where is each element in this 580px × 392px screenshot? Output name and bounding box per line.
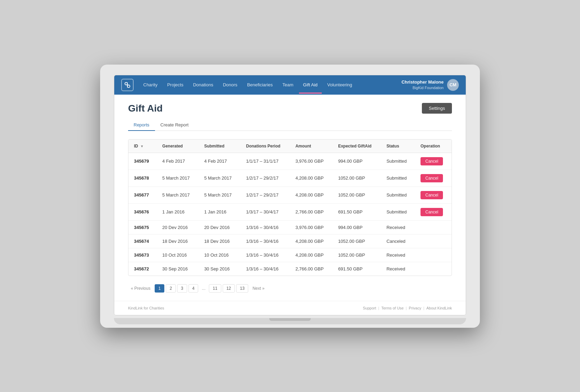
cancel-button[interactable]: Cancel (420, 174, 443, 182)
row-period: 1/2/17 – 29/2/17 (241, 170, 290, 187)
row-operation (415, 220, 452, 234)
row-expected: 1052.00 GBP (332, 234, 381, 248)
row-period: 1/1/17 – 31/1/17 (241, 153, 290, 170)
table-container: ID ▼GeneratedSubmittedDonations PeriodAm… (128, 139, 452, 276)
settings-button[interactable]: Settings (422, 103, 452, 114)
row-status: Submitted (381, 203, 415, 220)
page-btn-13[interactable]: 13 (236, 284, 248, 293)
row-status: Canceled (381, 234, 415, 248)
row-id: 345676 (128, 203, 157, 220)
row-operation (415, 234, 452, 248)
nav-link-beneficiaries[interactable]: Beneficiaries (243, 76, 277, 94)
nav-link-donations[interactable]: Donations (189, 76, 218, 94)
row-expected: 1052.00 GBP (332, 187, 381, 203)
row-period: 1/2/17 – 29/2/17 (241, 187, 290, 203)
table-row: 3456794 Feb 20174 Feb 20171/1/17 – 31/1/… (128, 153, 452, 170)
next-page-btn[interactable]: Next » (250, 285, 267, 292)
row-id: 345678 (128, 170, 157, 187)
sort-icon: ▼ (140, 144, 144, 148)
cancel-button[interactable]: Cancel (420, 157, 443, 165)
row-period: 1/3/16 – 30/4/16 (241, 220, 290, 234)
page-btn-4[interactable]: 4 (188, 284, 199, 293)
svg-point-1 (127, 85, 130, 87)
prev-page-btn[interactable]: « Previous (128, 285, 153, 292)
pagination: « Previous1234...111213Next » (128, 284, 452, 293)
row-submitted: 5 March 2017 (199, 170, 240, 187)
row-status: Submitted (381, 153, 415, 170)
row-generated: 10 Oct 2016 (157, 248, 199, 262)
page-btn-11[interactable]: 11 (209, 284, 221, 293)
row-amount: 4,208.00 GBP (290, 234, 333, 248)
laptop-base (114, 318, 466, 324)
col-header-amount: Amount (290, 140, 333, 153)
row-status: Submitted (381, 187, 415, 203)
pagination-ellipsis: ... (200, 284, 207, 292)
row-generated: 20 Dev 2016 (157, 220, 199, 234)
row-submitted: 10 Oct 2016 (199, 248, 240, 262)
app-logo[interactable] (121, 79, 134, 91)
row-amount: 2,766.00 GBP (290, 262, 333, 276)
row-expected: 691.50 GBP (332, 203, 381, 220)
row-operation: Cancel (415, 203, 452, 220)
row-submitted: 5 March 2017 (199, 187, 240, 203)
row-status: Submitted (381, 170, 415, 187)
table-body: 3456794 Feb 20174 Feb 20171/1/17 – 31/1/… (128, 153, 452, 276)
table-row: 3456775 March 20175 March 20171/2/17 – 2… (128, 187, 452, 203)
table-row: 34567310 Oct 201610 Oct 20161/3/16 – 30/… (128, 248, 452, 262)
row-submitted: 18 Dev 2016 (199, 234, 240, 248)
cancel-button[interactable]: Cancel (420, 208, 443, 216)
row-period: 1/3/16 – 30/4/16 (241, 234, 290, 248)
row-submitted: 4 Feb 2017 (199, 153, 240, 170)
row-amount: 3,976.00 GBP (290, 220, 333, 234)
nav-link-gift-aid[interactable]: Gift Aid (299, 76, 322, 94)
footer: KindLink for Charities Support|Terms of … (114, 301, 466, 315)
nav-link-projects[interactable]: Projects (163, 76, 187, 94)
laptop-screen: CharityProjectsDonationsDonorsBeneficiar… (114, 75, 466, 315)
row-generated: 30 Sep 2016 (157, 262, 199, 276)
row-id: 345679 (128, 153, 157, 170)
user-info: Christopher Malone BigKid Foundation (402, 79, 444, 91)
row-amount: 4,208.00 GBP (290, 187, 333, 203)
row-id: 345672 (128, 262, 157, 276)
user-profile[interactable]: Christopher Malone BigKid Foundation CM (402, 79, 459, 91)
col-header-id[interactable]: ID ▼ (128, 140, 157, 153)
row-generated: 4 Feb 2017 (157, 153, 199, 170)
row-operation: Cancel (415, 170, 452, 187)
table-row: 34567230 Sep 201630 Sep 20161/3/16 – 30/… (128, 262, 452, 276)
nav-link-volunteering[interactable]: Volunteering (323, 76, 356, 94)
footer-link-privacy[interactable]: Privacy (409, 306, 421, 310)
laptop-shell: CharityProjectsDonationsDonorsBeneficiar… (100, 65, 480, 328)
footer-links: Support|Terms of Use|Privacy|About KindL… (363, 306, 452, 310)
col-header-expected-giftaid: Expected GiftAid (332, 140, 381, 153)
row-expected: 1052.00 GBP (332, 170, 381, 187)
tab-reports[interactable]: Reports (128, 119, 155, 131)
footer-link-support[interactable]: Support (363, 306, 376, 310)
cancel-button[interactable]: Cancel (420, 191, 443, 199)
page-btn-2[interactable]: 2 (166, 284, 176, 293)
row-amount: 4,208.00 GBP (290, 170, 333, 187)
row-amount: 2,766.00 GBP (290, 203, 333, 220)
tab-create-report[interactable]: Create Report (155, 119, 194, 131)
col-header-submitted: Submitted (199, 140, 240, 153)
footer-link-about-kindlink[interactable]: About KindLink (426, 306, 452, 310)
row-id: 345677 (128, 187, 157, 203)
col-header-generated: Generated (157, 140, 199, 153)
page-header: Gift Aid Settings (128, 103, 452, 114)
svg-point-0 (125, 82, 127, 85)
table-row: 34567520 Dev 201620 Dev 20161/3/16 – 30/… (128, 220, 452, 234)
page-btn-12[interactable]: 12 (223, 284, 235, 293)
row-submitted: 30 Sep 2016 (199, 262, 240, 276)
row-amount: 3,976.00 GBP (290, 153, 333, 170)
nav-link-donors[interactable]: Donors (219, 76, 242, 94)
nav-link-charity[interactable]: Charity (139, 76, 162, 94)
footer-separator: | (378, 306, 379, 310)
col-header-donations-period: Donations Period (241, 140, 290, 153)
row-generated: 5 March 2017 (157, 187, 199, 203)
page-btn-1[interactable]: 1 (155, 284, 165, 293)
nav-link-team[interactable]: Team (278, 76, 298, 94)
footer-link-terms-of-use[interactable]: Terms of Use (381, 306, 404, 310)
page-btn-3[interactable]: 3 (177, 284, 187, 293)
col-header-status: Status (381, 140, 415, 153)
footer-separator: | (423, 306, 424, 310)
row-operation (415, 248, 452, 262)
